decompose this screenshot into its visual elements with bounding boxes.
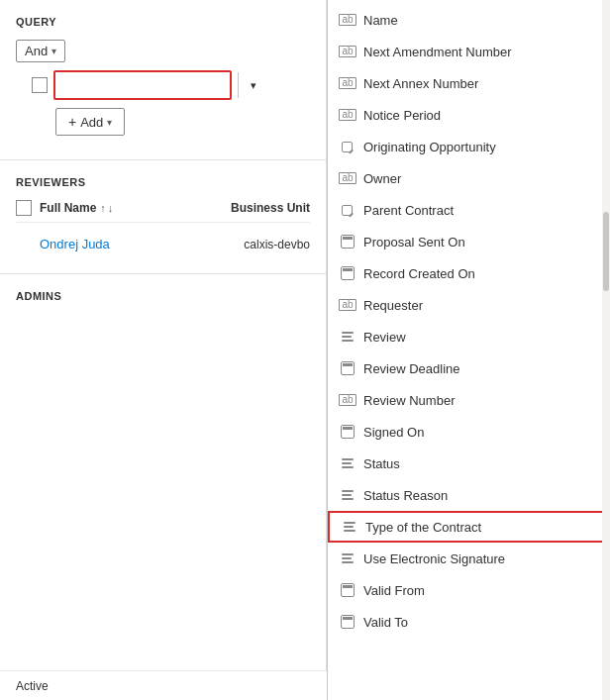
select-all-checkbox[interactable] <box>16 200 32 216</box>
lines-icon <box>340 456 356 470</box>
dropdown-item-use-electronic-signature[interactable]: Use Electronic Signature <box>328 543 610 574</box>
scrollbar[interactable] <box>602 0 610 700</box>
dropdown-item-label-next-annex-number: Next Annex Number <box>363 76 478 91</box>
dropdown-caret-icon[interactable]: ▾ <box>238 72 267 98</box>
reviewer-row: Ondrej Juda calxis-devbo <box>16 231 310 257</box>
sort-arrows[interactable]: ↑ ↓ <box>100 202 113 214</box>
full-name-label: Full Name <box>40 201 96 215</box>
sort-desc-icon: ↓ <box>108 202 114 214</box>
dropdown-item-review-deadline[interactable]: Review Deadline <box>328 352 610 384</box>
datetime-icon <box>340 235 356 249</box>
lines-icon <box>340 488 356 502</box>
lookup-icon <box>340 203 356 217</box>
dropdown-item-label-originating-opportunity: Originating Opportunity <box>363 140 496 154</box>
dropdown-item-label-requester: Requester <box>363 298 423 313</box>
and-button[interactable]: And ▾ <box>16 40 65 62</box>
query-field-input[interactable] <box>55 78 238 93</box>
field-dropdown-panel: abNameabNext Amendment NumberabNext Anne… <box>327 0 610 700</box>
dropdown-item-name[interactable]: abName <box>328 4 610 36</box>
dropdown-item-label-record-created-on: Record Created On <box>363 266 475 281</box>
dropdown-item-label-signed-on: Signed On <box>363 425 424 440</box>
dropdown-item-review[interactable]: Review <box>328 321 610 352</box>
reviewer-business-unit: calxis-devbo <box>244 238 310 251</box>
query-checkbox[interactable] <box>32 77 48 93</box>
datetime-icon <box>340 583 356 597</box>
datetime-icon <box>340 615 356 629</box>
admins-section-title: ADMINS <box>16 290 310 302</box>
datetime-icon <box>340 361 356 375</box>
dropdown-item-record-created-on[interactable]: Record Created On <box>328 257 610 289</box>
and-label: And <box>25 44 48 58</box>
dropdown-item-owner[interactable]: abOwner <box>328 162 610 194</box>
dropdown-item-label-valid-from: Valid From <box>363 583 425 598</box>
text-icon: ab <box>340 13 356 27</box>
dropdown-item-label-notice-period: Notice Period <box>363 108 441 123</box>
text-icon: ab <box>340 76 356 90</box>
add-chevron-icon: ▾ <box>107 117 112 128</box>
query-field-dropdown[interactable]: ▾ <box>53 70 232 100</box>
add-label: Add <box>80 115 103 130</box>
dropdown-item-status[interactable]: Status <box>328 448 610 479</box>
dropdown-item-requester[interactable]: abRequester <box>328 289 610 321</box>
dropdown-item-originating-opportunity[interactable]: Originating Opportunity <box>328 131 610 162</box>
dropdown-item-label-review-number: Review Number <box>363 393 455 408</box>
dropdown-item-label-valid-to: Valid To <box>363 615 408 630</box>
plus-icon: + <box>68 114 76 130</box>
dropdown-item-parent-contract[interactable]: Parent Contract <box>328 194 610 226</box>
add-button[interactable]: + Add ▾ <box>55 108 125 136</box>
dropdown-item-label-parent-contract: Parent Contract <box>363 203 454 218</box>
dropdown-item-next-amendment-number[interactable]: abNext Amendment Number <box>328 36 610 67</box>
bottom-bar: Active <box>0 670 327 700</box>
lines-icon <box>340 551 356 565</box>
reviewers-section-title: REVIEWERS <box>16 176 310 188</box>
dropdown-item-label-use-electronic-signature: Use Electronic Signature <box>363 551 505 566</box>
and-chevron-icon: ▾ <box>51 46 56 56</box>
dropdown-item-valid-to[interactable]: Valid To <box>328 606 610 638</box>
text-icon: ab <box>340 171 356 185</box>
dropdown-item-label-review-deadline: Review Deadline <box>363 361 460 376</box>
query-section: QUERY And ▾ ▾ + Add ▾ <box>0 0 326 160</box>
dropdown-item-proposal-sent-on[interactable]: Proposal Sent On <box>328 226 610 257</box>
business-unit-column-header: Business Unit <box>231 201 310 215</box>
lines-icon <box>340 330 356 344</box>
dropdown-item-label-name: Name <box>363 13 398 28</box>
dropdown-item-label-next-amendment-number: Next Amendment Number <box>363 45 512 59</box>
text-icon: ab <box>340 108 356 122</box>
dropdown-item-signed-on[interactable]: Signed On <box>328 416 610 448</box>
dropdown-item-label-review: Review <box>363 330 406 345</box>
dropdown-item-type-of-contract[interactable]: Type of the Contract <box>328 511 610 543</box>
reviewers-section: REVIEWERS Full Name ↑ ↓ Business Unit On… <box>0 160 326 274</box>
status-badge: Active <box>16 679 49 693</box>
dropdown-list[interactable]: abNameabNext Amendment NumberabNext Anne… <box>328 0 610 700</box>
query-condition-row: ▾ <box>32 70 310 100</box>
dropdown-item-valid-from[interactable]: Valid From <box>328 574 610 606</box>
datetime-icon <box>340 266 356 280</box>
query-section-title: QUERY <box>16 16 310 28</box>
dropdown-item-notice-period[interactable]: abNotice Period <box>328 99 610 131</box>
sort-asc-icon: ↑ <box>100 202 106 214</box>
left-panel: QUERY And ▾ ▾ + Add ▾ REVIEWERS <box>0 0 327 700</box>
reviewer-name[interactable]: Ondrej Juda <box>40 237 110 251</box>
text-icon: ab <box>340 298 356 312</box>
reviewers-column-headers: Full Name ↑ ↓ Business Unit <box>16 200 310 223</box>
admins-section: ADMINS <box>0 274 326 302</box>
dropdown-item-label-status-reason: Status Reason <box>363 488 448 503</box>
query-and-row: And ▾ <box>16 40 310 62</box>
lines-icon <box>342 520 357 534</box>
text-icon: ab <box>340 45 356 58</box>
dropdown-item-label-type-of-contract: Type of the Contract <box>365 520 481 535</box>
text-icon: ab <box>340 393 356 407</box>
datetime-icon <box>340 425 356 439</box>
scrollbar-thumb[interactable] <box>603 212 609 291</box>
lookup-icon <box>340 140 356 153</box>
dropdown-item-label-status: Status <box>363 456 400 471</box>
dropdown-item-status-reason[interactable]: Status Reason <box>328 479 610 511</box>
dropdown-item-review-number[interactable]: abReview Number <box>328 384 610 416</box>
dropdown-item-label-proposal-sent-on: Proposal Sent On <box>363 235 465 250</box>
dropdown-item-label-owner: Owner <box>363 171 401 186</box>
dropdown-item-next-annex-number[interactable]: abNext Annex Number <box>328 67 610 99</box>
full-name-column-header[interactable]: Full Name ↑ ↓ <box>40 201 113 215</box>
